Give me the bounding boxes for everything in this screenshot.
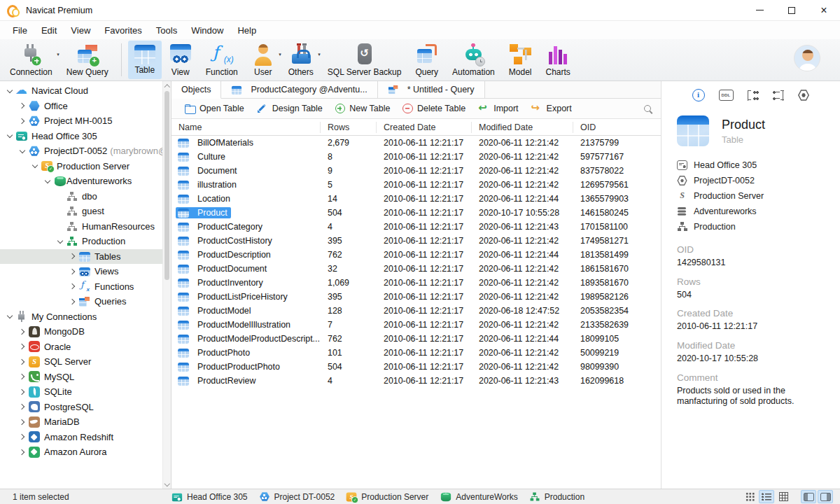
tab-untitled-query[interactable]: * Untitled - Query	[378, 81, 485, 99]
chevron-icon[interactable]	[18, 358, 27, 366]
scrollbar-thumb[interactable]	[164, 91, 169, 280]
toolbar-button-charts[interactable]: Charts	[539, 41, 576, 79]
tab-productcategory-adventu[interactable]: ProductCategory @Adventu...	[221, 81, 377, 99]
table-name-chip[interactable]: Location	[176, 193, 234, 205]
user-avatar[interactable]	[794, 45, 820, 71]
table-name-chip[interactable]: Culture	[176, 151, 229, 163]
sidebar-item-amazon-aurora[interactable]: Amazon Aurora	[0, 444, 171, 460]
chevron-icon[interactable]	[56, 207, 64, 216]
chevron-icon[interactable]	[69, 252, 77, 260]
column-header-rows[interactable]: Rows	[321, 122, 377, 133]
sidebar-item-navicat-cloud[interactable]: Navicat Cloud	[0, 83, 171, 99]
table-name-chip[interactable]: ProductProductPhoto	[176, 361, 284, 373]
sidebar-item-production-server[interactable]: Production Server	[0, 159, 171, 174]
toolbar-button-model[interactable]: Model	[503, 41, 538, 79]
status-path-head-office-305[interactable]: Head Office 305	[172, 492, 248, 502]
table-row-productreview[interactable]: ProductReview 4 2010-06-11 12:21:17 2020…	[172, 374, 661, 388]
table-name-chip[interactable]: ProductDescription	[176, 249, 274, 261]
list-view-toggle[interactable]	[759, 490, 774, 503]
table-row-productdocument[interactable]: ProductDocument 32 2010-06-11 12:21:17 2…	[172, 262, 661, 276]
toolbar-button-new-query[interactable]: New Query	[60, 41, 115, 79]
table-row-billofmaterials[interactable]: BillOfMaterials 2,679 2010-06-11 12:21:1…	[172, 136, 661, 150]
sidebar-item-functions[interactable]: Functions	[0, 279, 171, 295]
chevron-icon[interactable]	[6, 132, 14, 140]
menu-view[interactable]: View	[64, 23, 97, 38]
chevron-icon[interactable]	[6, 87, 14, 95]
chevron-icon[interactable]	[43, 177, 52, 186]
chevron-icon[interactable]	[69, 298, 77, 306]
sidebar-item-production[interactable]: Production	[0, 234, 171, 249]
table-name-chip[interactable]: ProductCategory	[176, 221, 266, 233]
table-name-chip[interactable]: ProductModelIllustration	[176, 319, 294, 331]
scroll-down-icon[interactable]	[165, 482, 169, 486]
objects-toolbar-open-table[interactable]: Open Table	[178, 102, 250, 116]
table-row-location[interactable]: Location 14 2010-06-11 12:21:17 2020-06-…	[172, 192, 661, 206]
toolbar-button-automation[interactable]: Automation	[446, 41, 501, 79]
status-path-adventureworks[interactable]: AdventureWorks	[440, 491, 517, 503]
menu-file[interactable]: File	[6, 23, 34, 38]
table-name-chip[interactable]: ProductModel	[176, 305, 254, 317]
maximize-button[interactable]	[776, 0, 808, 20]
table-name-chip[interactable]: BillOfMaterials	[176, 137, 257, 149]
sidebar-item-sqlite[interactable]: SQLite	[0, 384, 171, 400]
chevron-icon[interactable]	[18, 147, 27, 155]
chevron-icon[interactable]	[18, 117, 27, 125]
table-row-productcategory[interactable]: ProductCategory 4 2010-06-11 12:21:17 20…	[172, 220, 661, 234]
table-row-product[interactable]: Product 504 2010-06-11 12:21:17 2020-10-…	[172, 206, 661, 220]
left-panel-toggle[interactable]	[801, 490, 816, 503]
table-name-chip[interactable]: ProductCostHistory	[176, 235, 276, 247]
right-panel-toggle[interactable]	[818, 490, 833, 503]
status-path-project-dt-0052[interactable]: Project DT-0052	[259, 491, 335, 502]
sidebar-item-my-connections[interactable]: My Connections	[0, 309, 171, 325]
chevron-icon[interactable]	[18, 418, 27, 426]
sidebar-item-mysql[interactable]: MySQL	[0, 370, 171, 385]
chevron-icon[interactable]	[69, 267, 77, 276]
table-name-chip[interactable]: ProductListPriceHistory	[176, 291, 291, 303]
rel2-icon[interactable]	[773, 90, 784, 101]
menu-help[interactable]: Help	[230, 23, 263, 38]
table-name-chip[interactable]: ProductReview	[176, 375, 259, 387]
sidebar-item-views[interactable]: Views	[0, 264, 171, 279]
table-row-productdescription[interactable]: ProductDescription 762 2010-06-11 12:21:…	[172, 248, 661, 262]
chevron-icon[interactable]	[31, 162, 39, 170]
objects-toolbar-export[interactable]: Export	[526, 102, 578, 116]
sidebar-item-projectdt-0052[interactable]: ProjectDT-0052 (marybrown@	[0, 144, 171, 159]
toolbar-button-table[interactable]: Table	[128, 41, 162, 79]
status-path-production[interactable]: Production	[529, 492, 584, 502]
chevron-icon[interactable]	[18, 433, 27, 441]
toolbar-button-view[interactable]: View	[163, 41, 198, 79]
sidebar-item-office[interactable]: Office	[0, 99, 171, 114]
chevron-icon[interactable]	[18, 388, 27, 396]
objects-toolbar-import[interactable]: Import	[472, 102, 524, 116]
column-header-modified-date[interactable]: Modified Date	[472, 122, 573, 133]
table-row-productphoto[interactable]: ProductPhoto 101 2010-06-11 12:21:17 202…	[172, 346, 661, 360]
column-header-name[interactable]: Name	[172, 122, 321, 133]
dropdown-arrow-icon[interactable]: ▾	[279, 52, 281, 57]
dropdown-arrow-icon[interactable]: ▾	[57, 52, 59, 57]
menu-edit[interactable]: Edit	[34, 23, 64, 38]
sidebar-item-amazon-redshift[interactable]: Amazon Redshift	[0, 430, 171, 445]
sidebar-item-queries[interactable]: Queries	[0, 294, 171, 309]
tab-objects[interactable]: Objects	[172, 81, 221, 99]
table-row-culture[interactable]: Culture 8 2010-06-11 12:21:17 2020-06-11…	[172, 150, 661, 164]
minimize-button[interactable]	[743, 0, 776, 20]
table-row-productmodelillustration[interactable]: ProductModelIllustration 7 2010-06-11 12…	[172, 318, 661, 332]
dropdown-arrow-icon[interactable]: ▾	[318, 52, 321, 57]
chevron-icon[interactable]	[18, 328, 27, 336]
column-header-created-date[interactable]: Created Date	[377, 122, 472, 133]
chevron-icon[interactable]	[18, 342, 27, 351]
detail-view-toggle[interactable]	[776, 490, 791, 503]
table-row-productcosthistory[interactable]: ProductCostHistory 395 2010-06-11 12:21:…	[172, 234, 661, 248]
table-row-productmodelproductdescript[interactable]: ProductModelProductDescript... 762 2010-…	[172, 332, 661, 346]
hexx-icon[interactable]	[798, 90, 810, 102]
sidebar-item-postgresql[interactable]: PostgreSQL	[0, 400, 171, 415]
table-name-chip[interactable]: illustration	[176, 179, 240, 191]
toolbar-button-user[interactable]: ▾ User	[246, 41, 281, 79]
objects-toolbar-new-table[interactable]: New Table	[330, 102, 396, 116]
sidebar-item-adventureworks[interactable]: Adventureworks	[0, 174, 171, 189]
sidebar-item-mariadb[interactable]: MariaDB	[0, 414, 171, 430]
objects-toolbar-delete-table[interactable]: Delete Table	[397, 102, 471, 116]
column-header-oid[interactable]: OID	[573, 122, 661, 133]
chevron-icon[interactable]	[18, 448, 27, 456]
chevron-icon[interactable]	[56, 192, 64, 200]
